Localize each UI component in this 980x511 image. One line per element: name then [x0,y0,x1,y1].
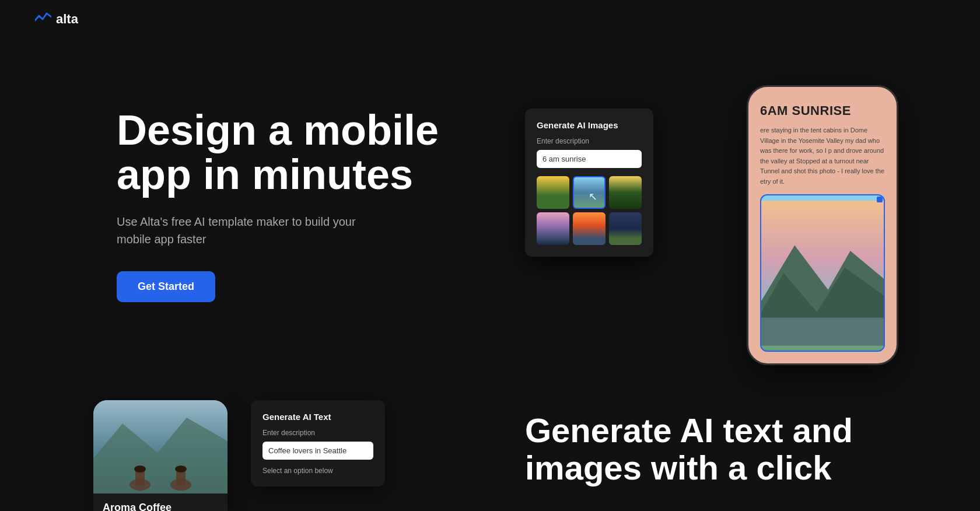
logo-icon [35,12,51,26]
phone-body-text: ere staying in the tent cabins in Dome V… [760,125,885,187]
thumbnail-1[interactable] [537,176,569,209]
thumbnail-6[interactable] [609,212,642,245]
phone-image-svg [761,195,884,351]
logo-text: alta [56,12,78,27]
phone-content: 6AM SUNRISE ere staying in the tent cabi… [748,87,897,363]
phone-image-area [760,194,885,352]
coffee-app-title: Aroma Coffee [103,502,218,511]
select-option-label: Select an option below [262,467,373,475]
coffee-image-svg [93,400,228,494]
hero-visual: Generate AI Images Enter description ↖ 6… [502,74,945,377]
coffee-app-image [93,400,228,494]
svg-point-11 [175,466,187,473]
thumbnail-4[interactable] [537,212,569,245]
coffee-title-area: Aroma Coffee [93,494,228,511]
cursor-icon: ↖ [589,190,597,203]
section2-title: Generate AI text and images with a click [525,412,945,487]
svg-rect-3 [761,317,884,345]
section2: Aroma Coffee Generate AI Text Enter desc… [0,377,980,511]
resize-handle[interactable] [877,197,883,202]
ai-image-dialog: Generate AI Images Enter description ↖ [525,108,653,257]
phone-mockup: 6AM SUNRISE ere staying in the tent cabi… [747,85,898,365]
coffee-app-mockup: Aroma Coffee [93,400,228,511]
svg-point-8 [134,466,146,473]
thumbnail-5[interactable] [573,212,606,245]
hero-subtitle: Use Alta's free AI template maker to bui… [117,213,373,248]
get-started-button[interactable]: Get Started [117,271,215,302]
ai-image-dialog-title: Generate AI Images [537,120,642,130]
ai-text-dialog: Generate AI Text Enter description Selec… [251,400,385,487]
hero-content: Design a mobile app in minutes Use Alta'… [117,74,467,302]
ai-text-input[interactable] [262,442,373,460]
ai-text-description-label: Enter description [262,429,373,437]
thumbnail-2[interactable]: ↖ [573,176,606,209]
thumbnail-3[interactable] [609,176,642,209]
navbar: alta [0,0,980,38]
logo[interactable]: alta [35,12,78,27]
description-label: Enter description [537,137,642,145]
ai-image-input[interactable] [537,150,642,168]
image-thumbnail-grid: ↖ [537,176,642,245]
hero-title: Design a mobile app in minutes [117,108,467,197]
hero-section: Design a mobile app in minutes Use Alta'… [0,38,980,377]
ai-text-dialog-title: Generate AI Text [262,412,373,422]
section2-text: Generate AI text and images with a click [408,400,945,487]
phone-title: 6AM SUNRISE [760,103,885,118]
